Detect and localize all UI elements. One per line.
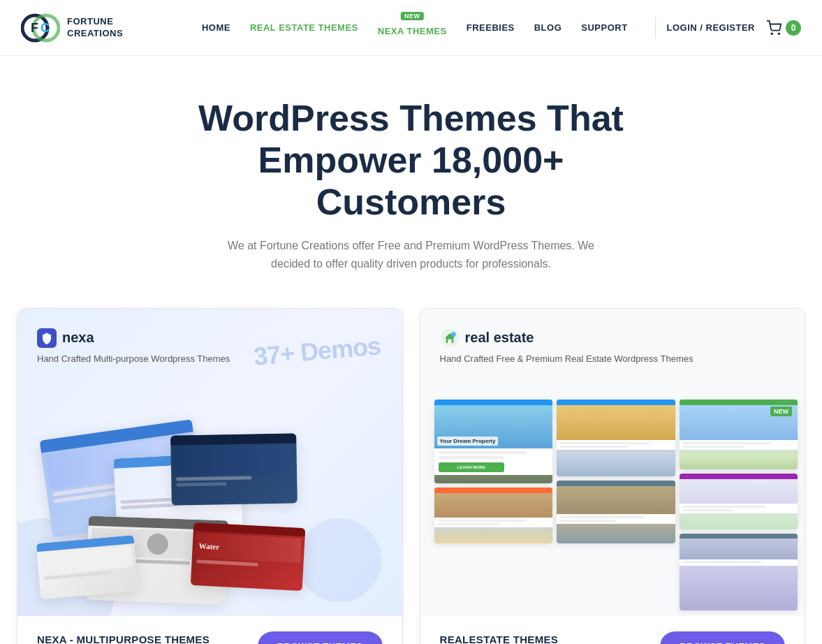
realestate-card-visual: real estate Hand Crafted Free & Premium …	[420, 309, 805, 616]
nexa-screen-5: Water	[191, 522, 305, 590]
cards-section: nexa Hand Crafted Multi-purpose Wordpres…	[0, 308, 822, 644]
svg-point-8	[450, 332, 455, 337]
re-brand-header: real estate	[420, 309, 805, 352]
nexa-footer-text: NEXA - MULTIPURPOSE THEMES Quality Worpr…	[37, 634, 210, 644]
nexa-card: nexa Hand Crafted Multi-purpose Wordpres…	[17, 308, 403, 644]
nav-blog[interactable]: BLOG	[534, 22, 562, 33]
re-col-3: NEW	[680, 400, 798, 610]
new-badge: NEW	[401, 12, 424, 20]
re-thumb-7	[680, 534, 798, 610]
re-col-1: Your Dream Property LEARN MORE	[434, 400, 553, 543]
nexa-card-footer: NEXA - MULTIPURPOSE THEMES Quality Worpr…	[17, 616, 402, 644]
nav-right: LOGIN / REGISTER 0	[655, 17, 801, 38]
hero-heading: WordPress Themes That Empower 18,000+ Cu…	[167, 98, 656, 223]
re-footer-title: REALESTATE THEMES	[440, 634, 559, 644]
re-thumb-3	[557, 400, 675, 476]
nav-nexa[interactable]: NEW NEXA THEMES	[378, 19, 447, 36]
svg-text:C: C	[41, 21, 50, 35]
nexa-shield-icon	[37, 328, 57, 348]
svg-point-4	[771, 33, 772, 34]
re-thumb-5: NEW	[680, 400, 798, 469]
svg-point-5	[778, 33, 779, 34]
re-col-2	[557, 400, 675, 543]
re-brand-label: real estate	[465, 330, 534, 346]
nav-login-register[interactable]: LOGIN / REGISTER	[667, 22, 755, 33]
re-screenshots: Your Dream Property LEARN MORE	[434, 400, 798, 609]
header: F C FORTUNE CREATIONS HOME REAL ESTATE T…	[0, 0, 822, 56]
re-house-icon	[440, 328, 460, 348]
nexa-screen-6	[36, 535, 138, 599]
re-footer-text: REALESTATE THEMES Quality Worpress Theme…	[440, 634, 559, 644]
logo-area: F C FORTUNE CREATIONS	[21, 8, 175, 47]
main-nav: HOME REAL ESTATE THEMES NEW NEXA THEMES …	[175, 19, 655, 36]
re-description: Hand Crafted Free & Premium Real Estate …	[420, 352, 805, 366]
realestate-browse-button[interactable]: BROWSE THEMES	[660, 631, 785, 644]
cart-icon	[766, 20, 781, 36]
nexa-card-visual: nexa Hand Crafted Multi-purpose Wordpres…	[17, 309, 402, 616]
logo-icon: F C	[21, 8, 60, 47]
svg-rect-7	[448, 339, 451, 342]
nexa-browse-button[interactable]: BROWSE THEMES	[258, 631, 383, 644]
realestate-card: real estate Hand Crafted Free & Premium …	[420, 308, 806, 644]
hero-subtext: We at Fortune Creations offer Free and P…	[216, 237, 607, 272]
nav-support[interactable]: SUPPORT	[581, 22, 627, 33]
realestate-card-footer: REALESTATE THEMES Quality Worpress Theme…	[420, 616, 805, 644]
re-thumb-4	[557, 481, 675, 543]
hero-section: WordPress Themes That Empower 18,000+ Cu…	[0, 56, 822, 308]
svg-text:F: F	[31, 21, 38, 35]
re-thumb-2	[434, 488, 553, 543]
nav-freebies[interactable]: FREEBIES	[467, 22, 515, 33]
nexa-brand-label: nexa	[62, 330, 94, 346]
re-thumb-6	[680, 474, 798, 529]
nav-real-estate[interactable]: REAL ESTATE THEMES	[250, 22, 358, 33]
cart-area[interactable]: 0	[766, 20, 801, 36]
nav-home[interactable]: HOME	[202, 22, 230, 33]
logo-text: FORTUNE CREATIONS	[67, 16, 123, 40]
nexa-mockup-stack: Water	[31, 414, 402, 616]
nexa-footer-title: NEXA - MULTIPURPOSE THEMES	[37, 634, 210, 644]
nav-divider	[655, 17, 656, 38]
cart-count: 0	[786, 20, 801, 36]
nexa-screen-4	[170, 433, 298, 505]
re-thumb-1: Your Dream Property LEARN MORE	[434, 400, 553, 483]
accent-new-label: NEW	[770, 407, 792, 416]
